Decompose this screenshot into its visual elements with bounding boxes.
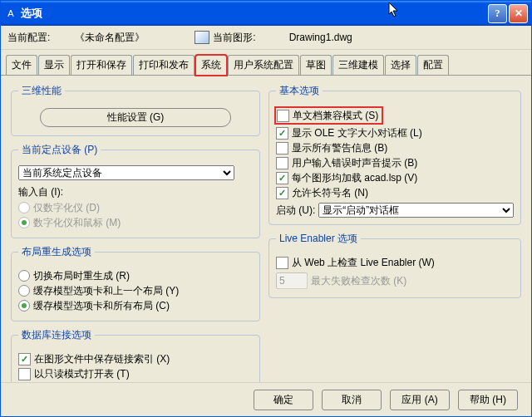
tab-selection[interactable]: 选择	[385, 55, 416, 75]
check-live-enabler[interactable]	[276, 257, 288, 269]
dialog-buttons: 确定 取消 应用 (A) 帮助 (H)	[1, 382, 531, 416]
check-beep-error-label: 用户输入错误时声音提示 (B)	[292, 156, 417, 169]
group-live-enabler: Live Enabler 选项 从 Web 上检查 Live Enabler (…	[268, 232, 521, 298]
app-icon: A	[4, 7, 17, 20]
close-button[interactable]: ✕	[509, 4, 528, 23]
check-readonly-tables[interactable]	[18, 368, 31, 380]
tab-display[interactable]: 显示	[38, 55, 70, 75]
check-all-warnings[interactable]	[276, 142, 288, 155]
radio-digitizer-mouse	[18, 217, 30, 228]
apply-button[interactable]: 应用 (A)	[390, 390, 450, 410]
check-save-link-index[interactable]	[18, 353, 31, 365]
group-basic-options: 基本选项 单文档兼容模式 (S) 显示 OLE 文字大小对话框 (L) 显示所有…	[268, 84, 521, 225]
check-save-link-index-label: 在图形文件中保存链接索引 (X)	[34, 352, 170, 365]
radio-digitizer-only	[18, 202, 30, 213]
cancel-button[interactable]: 取消	[322, 390, 382, 410]
radio-regen-switch[interactable]	[18, 270, 30, 282]
radio-regen-switch-label: 切换布局时重生成 (R)	[33, 269, 130, 282]
performance-settings-button[interactable]: 性能设置 (G)	[40, 108, 231, 127]
current-config-label: 当前配置:	[7, 31, 50, 45]
titlebar: A 选项 ? ✕	[1, 1, 531, 26]
max-fail-input[interactable]	[276, 272, 308, 289]
check-all-warnings-label: 显示所有警告信息 (B)	[292, 141, 387, 155]
check-live-enabler-label: 从 Web 上检查 Live Enabler (W)	[292, 256, 435, 269]
config-row: 当前配置: 《未命名配置》 当前图形: Drawing1.dwg	[1, 26, 531, 50]
drawing-icon	[195, 31, 209, 44]
tab-user-prefs[interactable]: 用户系统配置	[228, 55, 299, 75]
max-fail-label: 最大失败检查次数 (K)	[311, 274, 406, 287]
legend-basic-options: 基本选项	[276, 84, 323, 98]
pointing-device-combo[interactable]: 当前系统定点设备	[18, 165, 234, 180]
tabs: 文件 显示 打开和保存 打印和发布 系统 用户系统配置 草图 三维建模 选择 配…	[1, 50, 531, 76]
help-button[interactable]: ?	[488, 4, 507, 23]
legend-3d-performance: 三维性能	[18, 84, 65, 98]
current-drawing-label: 当前图形:	[213, 31, 255, 45]
check-ole-dialog-label: 显示 OLE 文字大小对话框 (L)	[292, 126, 422, 140]
tab-drafting[interactable]: 草图	[300, 55, 332, 75]
legend-pointing-device: 当前定点设备 (P)	[18, 143, 101, 157]
radio-digitizer-only-label: 仅数字化仪 (D)	[33, 201, 100, 214]
group-3d-performance: 三维性能 性能设置 (G)	[11, 84, 260, 136]
window-title: 选项	[21, 6, 488, 21]
check-load-acadlsp-label: 每个图形均加载 acad.lsp (V)	[292, 171, 417, 184]
tab-open-save[interactable]: 打开和保存	[71, 55, 132, 75]
check-single-doc[interactable]	[277, 110, 289, 122]
check-long-names-label: 允许长符号名 (N)	[292, 186, 368, 199]
startup-combo[interactable]: 显示“启动”对话框	[318, 203, 514, 218]
group-pointing-device: 当前定点设备 (P) 当前系统定点设备 输入自 (I): 仅数字化仪 (D) 数…	[11, 143, 260, 238]
help-button-bottom[interactable]: 帮助 (H)	[458, 390, 518, 410]
radio-cache-all-label: 缓存模型选项卡和所有布局 (C)	[33, 299, 170, 312]
radio-digitizer-mouse-label: 数字化仪和鼠标 (M)	[33, 216, 121, 229]
tab-file[interactable]: 文件	[6, 55, 37, 75]
radio-cache-last-label: 缓存模型选项卡和上一个布局 (Y)	[33, 284, 179, 297]
radio-cache-last[interactable]	[18, 285, 30, 297]
check-ole-dialog[interactable]	[276, 127, 288, 140]
check-load-acadlsp[interactable]	[276, 172, 288, 184]
startup-label: 启动 (U):	[276, 204, 315, 218]
legend-db-connect: 数据库连接选项	[18, 328, 95, 342]
ok-button[interactable]: 确定	[254, 390, 313, 410]
check-single-doc-label: 单文档兼容模式 (S)	[293, 109, 378, 122]
check-beep-error[interactable]	[276, 157, 288, 169]
current-drawing-value: Drawing1.dwg	[289, 32, 352, 43]
legend-layout-regen: 布局重生成选项	[18, 245, 95, 259]
tab-print-publish[interactable]: 打印和发布	[133, 55, 195, 75]
accept-input-label: 输入自 (I):	[18, 185, 253, 199]
tab-3d-modeling[interactable]: 三维建模	[332, 55, 384, 75]
check-readonly-tables-label: 以只读模式打开表 (T)	[34, 367, 130, 380]
radio-cache-all[interactable]	[18, 300, 30, 312]
legend-live-enabler: Live Enabler 选项	[276, 232, 361, 246]
tab-profiles[interactable]: 配置	[417, 55, 449, 75]
group-layout-regen: 布局重生成选项 切换布局时重生成 (R) 缓存模型选项卡和上一个布局 (Y) 缓…	[11, 245, 260, 321]
tab-system[interactable]: 系统	[195, 55, 227, 76]
group-db-connect: 数据库连接选项 在图形文件中保存链接索引 (X) 以只读模式打开表 (T)	[11, 328, 260, 382]
check-long-names[interactable]	[276, 187, 288, 199]
current-config-value: 《未命名配置》	[75, 31, 145, 45]
